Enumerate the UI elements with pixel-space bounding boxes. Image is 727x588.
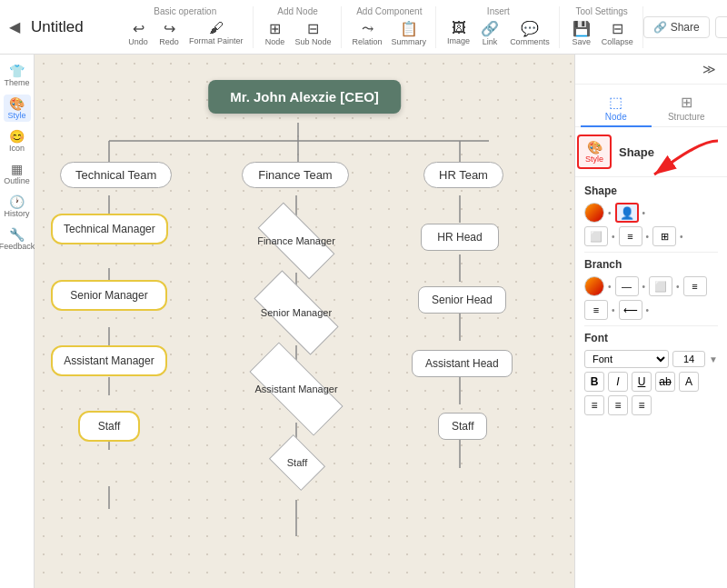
- finance-node-2-container[interactable]: Assistant Manager: [251, 368, 342, 410]
- branch-color-btn[interactable]: [584, 276, 604, 296]
- font-size-up-icon[interactable]: ▼: [709, 354, 718, 364]
- dept-hr[interactable]: HR Team: [423, 162, 503, 188]
- summary-icon: 📋: [400, 20, 418, 37]
- style-icon: 🎨: [9, 96, 25, 111]
- sub-node-button[interactable]: ⊟ Sub Node: [292, 18, 335, 48]
- ceo-node[interactable]: Mr. John Alexzie [CEO]: [208, 80, 401, 114]
- dept-finance[interactable]: Finance Team: [242, 162, 349, 188]
- main-area: 👕 Theme 🎨 Style 😊 Icon ▦ Outline 🕐 Histo…: [0, 55, 727, 588]
- undo-icon: ↩: [133, 20, 144, 37]
- tab-node[interactable]: ⬚ Node: [581, 90, 652, 127]
- toolbar-group-add-component: Add Component ⤳ Relation 📋 Summary: [344, 6, 437, 48]
- dept-tech[interactable]: Technical Team: [60, 162, 172, 188]
- theme-icon: 👕: [9, 64, 25, 78]
- hr-node-2[interactable]: Assistant Head: [412, 350, 513, 377]
- sidebar-item-history[interactable]: 🕐 History: [4, 193, 31, 220]
- icon-face-icon: 😊: [9, 129, 25, 144]
- finance-node-3-container[interactable]: Staff: [274, 445, 320, 480]
- undo-button[interactable]: ↩ Undo: [124, 18, 153, 48]
- tech-node-2[interactable]: Assistant Manager: [51, 345, 167, 376]
- shape-dot-2: •: [642, 208, 646, 218]
- relation-icon: ⤳: [362, 20, 373, 37]
- tech-node-3[interactable]: Staff: [78, 411, 140, 442]
- share-button[interactable]: 🔗 Share: [643, 16, 710, 38]
- toolbar-group-insert: Insert 🖼 Image 🔗 Link 💬 Comments: [438, 6, 560, 48]
- comments-button[interactable]: 💬 Comments: [506, 18, 553, 48]
- font-row-1: Font Arial Times New Roman ▼: [584, 350, 718, 368]
- redo-button[interactable]: ↪ Redo: [154, 18, 184, 48]
- toolbar-right: 🔗 Share ⬆ Export: [643, 16, 727, 38]
- toolbar: ◀ Untitled Basic operation ↩ Undo ↪ Redo…: [0, 0, 727, 55]
- shape-row-1: • 👤 •: [584, 203, 718, 223]
- font-color-button[interactable]: A: [679, 372, 699, 392]
- font-family-select[interactable]: Font Arial Times New Roman: [584, 350, 669, 368]
- hr-node-1[interactable]: Senior Head: [418, 286, 506, 314]
- toolbar-groups: Basic operation ↩ Undo ↪ Redo 🖌 Format P…: [118, 6, 643, 48]
- shape-panel: Shape • 👤 • ⬜ • ≡ • ⊞ • Branch: [575, 177, 727, 426]
- sidebar-item-outline[interactable]: ▦ Outline: [4, 160, 31, 187]
- format-painter-button[interactable]: 🖌 Format Painter: [185, 18, 247, 47]
- toolbar-group-add-node: Add Node ⊞ Node ⊟ Sub Node: [255, 6, 342, 48]
- italic-button[interactable]: I: [608, 372, 628, 392]
- tech-node-1[interactable]: Senior Manager: [51, 280, 167, 311]
- save-icon: 💾: [573, 20, 591, 37]
- dot-3: •: [612, 232, 615, 242]
- toolbar-group-tool-settings: Tool Settings 💾 Save ⊟ Collapse: [562, 6, 643, 48]
- shape-rect-btn[interactable]: ⬜: [584, 226, 608, 246]
- shape-lines-btn[interactable]: ≡: [619, 226, 642, 246]
- redo-icon: ↪: [164, 20, 175, 37]
- style-label: Shape: [613, 140, 695, 164]
- format-painter-icon: 🖌: [209, 20, 224, 36]
- shape-person-btn[interactable]: 👤: [615, 203, 639, 223]
- branch-opt1-btn[interactable]: ≡: [584, 300, 608, 320]
- sidebar-item-icon[interactable]: 😊 Icon: [4, 127, 31, 154]
- image-button[interactable]: 🖼 Image: [443, 18, 473, 47]
- collapse-sidebar-button[interactable]: ≫: [699, 60, 720, 78]
- shape-section-title: Shape: [584, 184, 718, 197]
- share-icon: 🔗: [653, 21, 667, 34]
- font-row-3: ≡ ≡ ≡: [584, 395, 718, 415]
- branch-rect-btn[interactable]: ⬜: [649, 276, 672, 296]
- shape-color-dot: •: [608, 208, 612, 218]
- export-button[interactable]: ⬆ Export: [715, 16, 727, 38]
- link-button[interactable]: 🔗 Link: [475, 18, 504, 48]
- font-color-icon: A: [685, 375, 692, 388]
- finance-node-0-container[interactable]: Finance Manager: [260, 223, 333, 259]
- hr-node-0[interactable]: HR Head: [421, 224, 499, 251]
- document-title: Untitled: [31, 18, 104, 36]
- relation-button[interactable]: ⤳ Relation: [349, 18, 386, 48]
- sidebar-item-feedback[interactable]: 🔧 Feedback: [4, 225, 31, 253]
- branch-align-btn[interactable]: ≡: [683, 276, 707, 296]
- back-button[interactable]: ◀: [5, 15, 24, 39]
- align-left-button[interactable]: ≡: [584, 395, 604, 415]
- shape-color-btn[interactable]: [584, 203, 604, 223]
- shape-table-btn[interactable]: ⊞: [652, 226, 676, 246]
- align-right-button[interactable]: ≡: [632, 395, 652, 415]
- feedback-icon: 🔧: [9, 227, 25, 242]
- node-button[interactable]: ⊞ Node: [261, 18, 290, 48]
- right-sidebar: ≫ ⬚ Node ⊞ Structure 🎨 Style Shape: [574, 55, 727, 588]
- save-button[interactable]: 💾 Save: [567, 18, 596, 48]
- sidebar-item-style[interactable]: 🎨 Style: [4, 95, 31, 122]
- shape-row-2: ⬜ • ≡ • ⊞ •: [584, 226, 718, 246]
- node-icon: ⊞: [269, 20, 281, 37]
- font-size-input[interactable]: [672, 351, 705, 367]
- tech-node-0[interactable]: Technical Manager: [51, 214, 168, 244]
- align-center-button[interactable]: ≡: [608, 395, 628, 415]
- sidebar-item-theme[interactable]: 👕 Theme: [4, 62, 31, 89]
- summary-button[interactable]: 📋 Summary: [388, 18, 431, 48]
- hr-node-3[interactable]: Staff: [438, 413, 487, 440]
- nav-style-button[interactable]: 🎨 Style: [577, 135, 612, 169]
- branch-opt2-btn[interactable]: ⟵: [619, 300, 642, 320]
- canvas[interactable]: Mr. John Alexzie [CEO] Technical Team Te…: [35, 55, 574, 588]
- branch-line-btn[interactable]: —: [615, 276, 639, 296]
- collapse-button[interactable]: ⊟ Collapse: [598, 18, 637, 48]
- dot-5: •: [680, 232, 683, 242]
- strikethrough-button[interactable]: ab: [655, 372, 675, 392]
- finance-node-1-container[interactable]: Senior Manager: [256, 293, 336, 333]
- tab-structure[interactable]: ⊞ Structure: [652, 90, 722, 127]
- collapse-icon: ⊟: [612, 20, 623, 37]
- underline-button[interactable]: U: [632, 372, 652, 392]
- link-icon: 🔗: [481, 20, 499, 37]
- bold-button[interactable]: B: [584, 372, 604, 392]
